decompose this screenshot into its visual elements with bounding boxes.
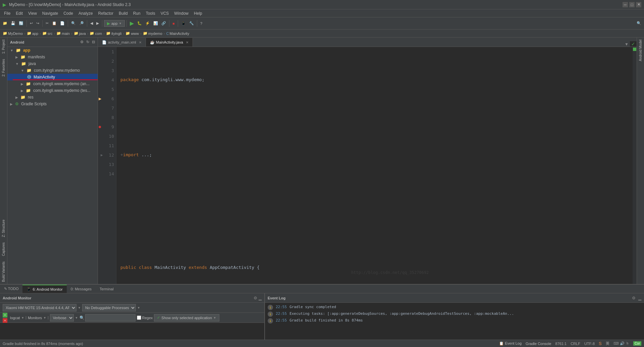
- run-button[interactable]: ▶: [128, 20, 135, 26]
- monitor-minimize-btn[interactable]: ▁: [259, 296, 262, 300]
- menu-run[interactable]: Run: [130, 9, 143, 17]
- tree-item-package-an[interactable]: ▶ 📁 com.ityingli.www.mydemo (an...: [7, 80, 98, 87]
- breadcrumb-java[interactable]: 📁 java: [74, 31, 86, 36]
- breadcrumb-ityingli[interactable]: 📁 ityingli: [106, 31, 122, 36]
- menu-help[interactable]: Help: [191, 9, 205, 17]
- breadcrumb-mainactivity[interactable]: C MainActivity: [166, 32, 190, 36]
- gradle-console-btn[interactable]: Gradle Console: [526, 342, 551, 346]
- tree-item-res[interactable]: ▶ 📁 res: [7, 94, 98, 101]
- verbose-selector[interactable]: Verbose Debug Info Warn Error: [50, 314, 74, 322]
- help-btn[interactable]: ?: [199, 19, 204, 28]
- toolbar-open-btn[interactable]: 📁: [1, 19, 9, 28]
- regex-checkbox[interactable]: [137, 315, 141, 320]
- vtab-structure[interactable]: Z: Structure: [1, 218, 6, 239]
- project-settings-icon[interactable]: ⚙: [80, 40, 84, 44]
- bottom-tab-todo[interactable]: ✎ TODO: [0, 285, 22, 293]
- logcat-icon2[interactable]: ×: [3, 318, 7, 323]
- breadcrumb-mydemo2[interactable]: 📁 mydemo: [143, 31, 162, 36]
- run-gutter-icon[interactable]: ▶: [99, 96, 101, 101]
- vtab-favorites[interactable]: 2: Favorites: [1, 57, 6, 78]
- breadcrumb-app[interactable]: 📁 app: [27, 31, 38, 36]
- toolbar-forward-btn[interactable]: ▶: [95, 19, 100, 28]
- device-selector[interactable]: Xiaomi HM NOTE 1S Android 4.4.4, API 19: [3, 304, 76, 311]
- bottom-tab-messages[interactable]: 0: Messages: [67, 285, 96, 293]
- monitor-settings-btn[interactable]: ⚙: [254, 296, 257, 300]
- breadcrumb-main[interactable]: 📁 main: [56, 31, 70, 36]
- run-config-selector[interactable]: ▶ app ▼: [104, 20, 125, 27]
- project-collapse-icon[interactable]: ⊟: [92, 40, 95, 44]
- tree-item-app[interactable]: ▼ 📁 app: [7, 47, 98, 54]
- language-indicator[interactable]: 英: [606, 341, 609, 346]
- debug-button[interactable]: 🐛: [136, 19, 143, 28]
- breadcrumb-src[interactable]: 📁 src: [42, 31, 53, 36]
- toolbar-find-btn[interactable]: 🔍: [70, 19, 77, 28]
- toolbar-copy-btn[interactable]: 📋: [51, 19, 58, 28]
- close-button[interactable]: ✕: [636, 2, 641, 7]
- breakpoint-icon[interactable]: ●: [99, 124, 101, 129]
- breadcrumb-mydemo[interactable]: 📁 MyDemo: [3, 31, 23, 36]
- tree-item-manifests[interactable]: ▶ 📁 manifests: [7, 54, 98, 60]
- logcat-search-input[interactable]: [85, 314, 136, 322]
- toolbar-cut-btn[interactable]: ✂: [44, 19, 50, 28]
- search-everywhere-btn[interactable]: 🔍: [635, 19, 643, 28]
- tab-close-activity-main[interactable]: ✕: [139, 41, 142, 44]
- avd-button[interactable]: 📱: [180, 19, 187, 28]
- menu-navigate[interactable]: Navigate: [40, 9, 61, 17]
- vtab-android-model[interactable]: Android Model: [638, 38, 643, 63]
- tab-mainactivity[interactable]: ☕ MainActivity.java ✕: [146, 38, 193, 47]
- toolbar-undo-btn[interactable]: ↩: [29, 19, 34, 28]
- logcat-label[interactable]: logcat: [10, 316, 20, 320]
- bottom-tab-android-monitor[interactable]: 📱 6: Android Monitor: [22, 285, 66, 293]
- menu-code[interactable]: Code: [61, 9, 76, 17]
- menu-analyze[interactable]: Analyze: [76, 9, 96, 17]
- ime-icon[interactable]: S: [599, 341, 602, 346]
- menu-tools[interactable]: Tools: [143, 9, 158, 17]
- vtab-captures[interactable]: Captures: [1, 240, 6, 258]
- toolbar-sync-btn[interactable]: 🔄: [17, 19, 25, 28]
- menu-vcs[interactable]: VCS: [158, 9, 172, 17]
- tree-item-package[interactable]: ▼ 📁 com.ityingli.www.mydemo: [7, 67, 98, 74]
- logcat-icon1[interactable]: +: [3, 313, 7, 317]
- fold-icon[interactable]: ▶: [101, 153, 103, 157]
- tree-item-package-tes[interactable]: ▶ 📁 com.ityingli.www.mydemo (tes...: [7, 87, 98, 94]
- toolbar-redo-btn[interactable]: ↪: [35, 19, 41, 28]
- menu-window[interactable]: Window: [171, 9, 191, 17]
- attach-btn[interactable]: 🔗: [160, 19, 167, 28]
- minimize-button[interactable]: ─: [623, 2, 628, 7]
- stop-button[interactable]: ■: [171, 19, 176, 28]
- tree-item-gradle[interactable]: ▶ ⚙ Gradle Scripts: [7, 101, 98, 107]
- tree-item-mainactivity[interactable]: 🅒 MainActivity: [7, 74, 98, 80]
- event-log-status-btn[interactable]: 📋 Event Log: [499, 341, 522, 346]
- bottom-tab-terminal[interactable]: Terminal: [96, 285, 118, 293]
- menu-edit[interactable]: Edit: [13, 9, 25, 17]
- toolbar-save-btn[interactable]: 💾: [9, 19, 17, 28]
- code-content[interactable]: package com.ityingli.www.mydemo; +import…: [116, 47, 633, 284]
- eventlog-settings-btn[interactable]: ⚙: [632, 296, 636, 300]
- tab-dropdown-btn[interactable]: ▼: [623, 42, 630, 47]
- encoding-indicator[interactable]: UTF-8: [584, 342, 595, 346]
- project-sync-icon[interactable]: ↻: [86, 40, 89, 44]
- toolbar-back-btn[interactable]: ◀: [89, 19, 94, 28]
- maximize-button[interactable]: □: [629, 2, 635, 7]
- menu-file[interactable]: File: [1, 9, 13, 17]
- code-editor[interactable]: 1 2 3 4 5 ▶ 6 7 8 ● 9 10 11: [98, 47, 637, 284]
- regex-checkbox-label[interactable]: Regex: [137, 315, 153, 320]
- menu-build[interactable]: Build: [116, 9, 130, 17]
- tree-item-java[interactable]: ▼ 📁 java: [7, 60, 98, 67]
- breadcrumb-com[interactable]: 📁 com: [90, 31, 102, 36]
- profile-button[interactable]: 📊: [152, 19, 159, 28]
- line-ending-indicator[interactable]: CRLF: [571, 342, 580, 346]
- menu-refactor[interactable]: Refactor: [96, 9, 116, 17]
- show-selected-btn[interactable]: ✓ Show only selected application ▼: [154, 314, 219, 322]
- vtab-project[interactable]: 1: Project: [1, 38, 6, 56]
- coverage-button[interactable]: ⚡: [144, 19, 151, 28]
- monitors-label[interactable]: Monitors: [28, 316, 42, 320]
- sdk-button[interactable]: 🔧: [188, 19, 195, 28]
- toolbar-paste-btn[interactable]: 📄: [59, 19, 66, 28]
- breadcrumb-www[interactable]: 📁 www: [125, 31, 139, 36]
- vtab-build-variants[interactable]: Build Variants: [1, 259, 6, 284]
- tab-activity-main[interactable]: 📄 activity_main.xml ✕: [98, 38, 146, 47]
- tab-close-mainactivity[interactable]: ✕: [186, 41, 189, 44]
- menu-view[interactable]: View: [25, 9, 40, 17]
- process-selector[interactable]: No Debuggable Processes: [82, 304, 136, 311]
